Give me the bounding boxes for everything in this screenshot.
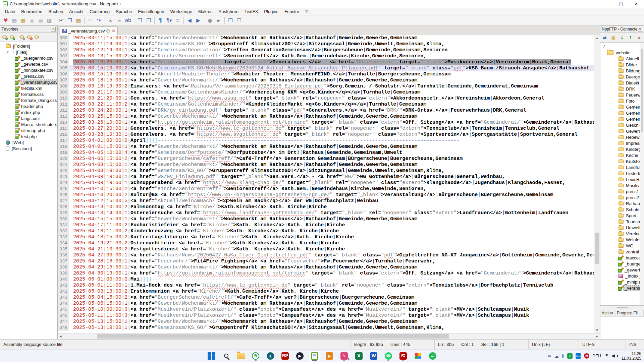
nppftp-item-_gewerbe.csv[interactable]: _gewerbe.csv: [600, 267, 644, 273]
volume-tray-icon[interactable]: [612, 354, 617, 358]
nppftp-item-_index.jpg[interactable]: _Index.jpg: [600, 273, 644, 279]
editor-line[interactable]: 3252025-04-10|15:00|2|<a href="Kirche/Se…: [58, 186, 594, 192]
link-gray-icon[interactable]: +: [19, 34, 25, 40]
horizontal-scroll-thumb[interactable]: [97, 334, 449, 339]
favorites-item-filezilla.xml[interactable]: filezilla.xml: [0, 85, 57, 91]
nppftp-item-weinfest[interactable]: Weinfest: [600, 237, 644, 243]
scroll-up-icon[interactable]: ▲: [594, 35, 600, 41]
nppftp-item-bilder[interactable]: Bilder: [600, 62, 644, 68]
menu-item-fenster[interactable]: Fenster: [281, 8, 302, 15]
nppftp-item-vereine[interactable]: Vereine: [600, 231, 644, 237]
redo-icon[interactable]: ↷: [95, 16, 103, 24]
queue-column-action[interactable]: Action: [600, 310, 615, 316]
nppftp-item-kirche[interactable]: Kirche: [600, 152, 644, 158]
editor-line[interactable]: 3142025-03-26|19:00|1|<a href="https://g…: [58, 120, 594, 126]
monitor2-icon[interactable]: ❒: [235, 16, 243, 24]
editor-line[interactable]: 3372025-04-28|18:00|1|<a href="Feuerwehr…: [58, 258, 594, 264]
nppftp-item-tourismus[interactable]: Tourismus: [600, 219, 644, 225]
nppftp-item-umwelt[interactable]: Umwelt: [600, 225, 644, 231]
menu-item-werkzeuge[interactable]: Werkzeuge: [167, 8, 195, 15]
nppftp-item-gemeindeblatt[interactable]: Gemeindeblatt: [600, 104, 644, 110]
close-button[interactable]: ✕: [629, 0, 644, 8]
vertical-scrollbar[interactable]: ▲ ▼: [594, 35, 600, 333]
menu-item-datei[interactable]: Datei: [2, 8, 18, 15]
menu-item-textfx[interactable]: TextFX: [241, 8, 261, 15]
editor-line[interactable]: 3342025-04-19|21:00|2|Osternachtfeier <a…: [58, 240, 594, 246]
nppftp-item-kindergarten[interactable]: Kindergarten: [600, 146, 644, 152]
menu-item-?[interactable]: ?: [302, 8, 311, 15]
editor-line[interactable]: 3452025-05-10|00:00|3|<a href="Musikvere…: [58, 307, 594, 313]
editor-line[interactable]: 3032025-03-13|15:00|2|<a href="Kirche/Se…: [58, 53, 594, 59]
function-list-icon[interactable]: ❐: [145, 16, 153, 24]
nav-forward-icon[interactable]: ▶: [194, 16, 202, 24]
editor-line[interactable]: 3362025-04-27|00:00|1|<a href="Rathaus/N…: [58, 252, 594, 258]
editor-line[interactable]: 3052025-03-15|10:00|2|<a href="Gemeinsam…: [58, 65, 594, 71]
editor-line[interactable]: 3022025-03-12|19:00|1|<a href="Gemeinsam…: [58, 47, 594, 53]
scroll-right-icon[interactable]: ▶: [594, 334, 600, 339]
search-icon[interactable]: [220, 351, 232, 361]
editor-line[interactable]: 3092025-03-21|17:00|1|<a href="Gemeinsam…: [58, 89, 594, 96]
download-icon[interactable]: ↓: [619, 34, 626, 41]
favorites-item-_press2.csv[interactable]: _press2.csv: [0, 73, 57, 79]
editor-line[interactable]: 3302025-04-15|15:00|1|<a href="Gewerbe/W…: [58, 216, 594, 222]
pdf-app-icon[interactable]: PDF: [279, 351, 291, 361]
show-symbol-menu-icon[interactable]: ¶▾: [165, 16, 173, 24]
favorites-item-_miniplakate.csv[interactable]: _miniplakate.csv: [0, 67, 57, 73]
editor-line[interactable]: 3382025-04-29|15:00|1|<a href="Gewerbe/W…: [58, 264, 594, 270]
editor-line[interactable]: 3442025-05-06|15:00|1|<a href="Gewerbe/W…: [58, 301, 594, 307]
editor-line[interactable]: 3412025-05-01|11:00|1|1.Mai-Hock des <a …: [58, 283, 594, 289]
favorites-item-macroshortcuts.x[interactable]: Macro: shortcuts.x: [0, 121, 57, 127]
edit-pencil-icon[interactable]: [34, 34, 40, 40]
show-symbol-icon[interactable]: ¶: [156, 16, 164, 24]
scroll-left-icon[interactable]: ◀: [58, 334, 63, 339]
menu-item-suchen[interactable]: Suchen: [45, 8, 66, 15]
editor-line[interactable]: 3272025-04-12|15:00|5|<a href="Aktuell/W…: [58, 198, 594, 204]
nppftp-scrollbar[interactable]: [640, 43, 644, 305]
link-folder-add-icon[interactable]: +: [9, 34, 15, 40]
nppftp-item-drk[interactable]: DRK: [600, 86, 644, 92]
open-file-icon[interactable]: ▤: [10, 16, 18, 24]
queue-column-progress[interactable]: Progress: [615, 310, 632, 316]
editor-line[interactable]: 3182025-04-01|15:00|1|<a href="Gewerbe/W…: [58, 144, 594, 150]
menu-item-ansicht[interactable]: Ansicht: [66, 8, 87, 15]
favorites-item-langs.xml[interactable]: langs.xml: [0, 115, 57, 121]
editor-line[interactable]: 3002025-03-11|15:00|1|<a href="Gewerbe/W…: [58, 35, 594, 41]
print-icon[interactable]: ▥: [45, 16, 53, 24]
editor-line[interactable]: 3482025-05-13|19:00|1|<a href="Gemeinsam…: [58, 325, 594, 331]
editor-line[interactable]: 3102025-03-21|20:00|1|Gen.vers. <a href=…: [58, 96, 594, 102]
editor-line[interactable]: 3292025-04-13|14:00|1|Ostereiersuche <a …: [58, 210, 594, 216]
media-player-app-icon[interactable]: ▶: [294, 351, 306, 361]
favorites-item-sessions[interactable]: [Sessions]: [0, 145, 57, 152]
cloud-tray-icon[interactable]: ☁: [554, 354, 559, 359]
editor-line[interactable]: 3392025-04-30|19:00|1|<a href="https://g…: [58, 270, 594, 277]
new-file-icon[interactable]: ♥: [2, 16, 10, 24]
nppftp-item-foto[interactable]: Foto: [600, 98, 644, 104]
editor-line[interactable]: 3192025-04-05|10:00|4|<a href="Gemeinsam…: [58, 150, 594, 156]
bluetooth-tray-icon[interactable]: ᛒ: [562, 354, 565, 359]
clock[interactable]: 11:26 11.03.2025: [622, 351, 641, 361]
nav-back-icon[interactable]: ◀: [185, 16, 194, 24]
nppftp-item-_miniplakate.csv[interactable]: _miniplakate.csv: [600, 279, 644, 285]
editor-line[interactable]: 3322025-04-18|11:00|2|Kinderkreuzweg <a …: [58, 228, 594, 234]
open-folder-icon[interactable]: ▦: [19, 16, 27, 24]
menu-item-bearbeiten[interactable]: Bearbeiten: [18, 8, 45, 15]
nppftp-item-_buergerinfo.csv[interactable]: _buergerinfo.csv: [600, 261, 644, 267]
editor-line[interactable]: 3422025-05-03|13:00|2|Erstkommunion <a h…: [58, 289, 594, 295]
favorites-item-_buergerinfo.csv[interactable]: _buergerinfo.csv: [0, 55, 57, 61]
editor-line[interactable]: 3402025-05-01|00:00|0|Mai||||-----------…: [58, 277, 594, 283]
chevron-down-icon[interactable]: ∨: [6, 50, 10, 54]
insert-mode-status[interactable]: INS: [626, 340, 644, 349]
keyboard-language-indicator[interactable]: DEU: [592, 354, 601, 358]
nppftp-item-rathaus[interactable]: Rathaus: [600, 200, 644, 206]
text-editor[interactable]: 3002025-03-11|15:00|1|<a href="Gewerbe/W…: [58, 35, 594, 333]
link-remove-icon[interactable]: x: [26, 34, 33, 40]
nppftp-item-zentral[interactable]: zentral: [600, 249, 644, 255]
nppftp-item-gemeinsam[interactable]: Gemeinsam: [600, 116, 644, 122]
editor-line[interactable]: 3122025-03-24|20:00|1|<a href="DRK/gv_ei…: [58, 108, 594, 114]
spotify-icon[interactable]: [427, 351, 438, 361]
nppftp-item-louisranch[interactable]: LouisRanch: [600, 176, 644, 182]
horizontal-scrollbar[interactable]: ◀ ▶: [58, 333, 600, 339]
wifi-tray-icon[interactable]: [604, 354, 609, 358]
favorites-item-formate_0lang.css[interactable]: formate_0lang.css: [0, 97, 57, 103]
maximize-button[interactable]: □: [613, 0, 629, 8]
